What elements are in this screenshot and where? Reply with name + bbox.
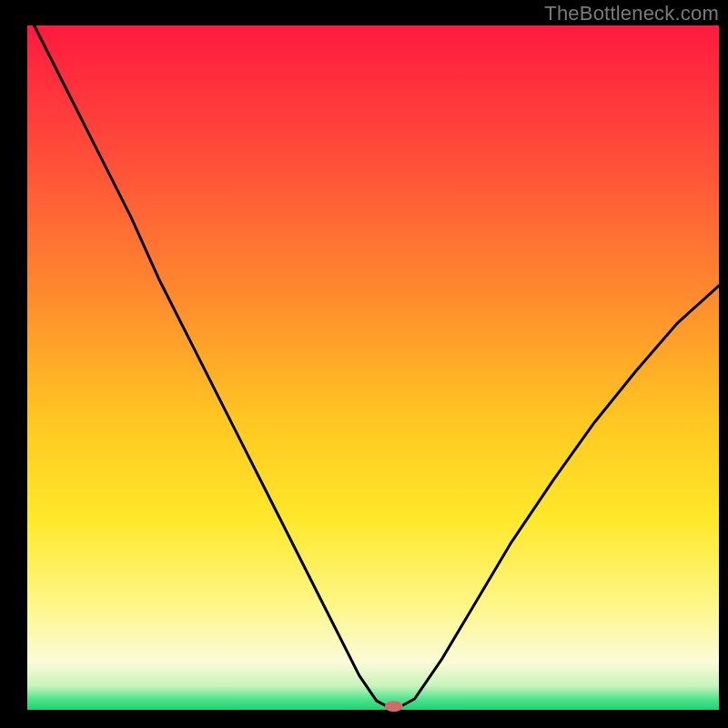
optimum-marker	[385, 701, 403, 712]
plot-background	[27, 25, 719, 710]
chart-frame: TheBottleneck.com	[0, 0, 728, 728]
watermark-text: TheBottleneck.com	[544, 2, 719, 25]
chart-svg	[0, 0, 728, 728]
